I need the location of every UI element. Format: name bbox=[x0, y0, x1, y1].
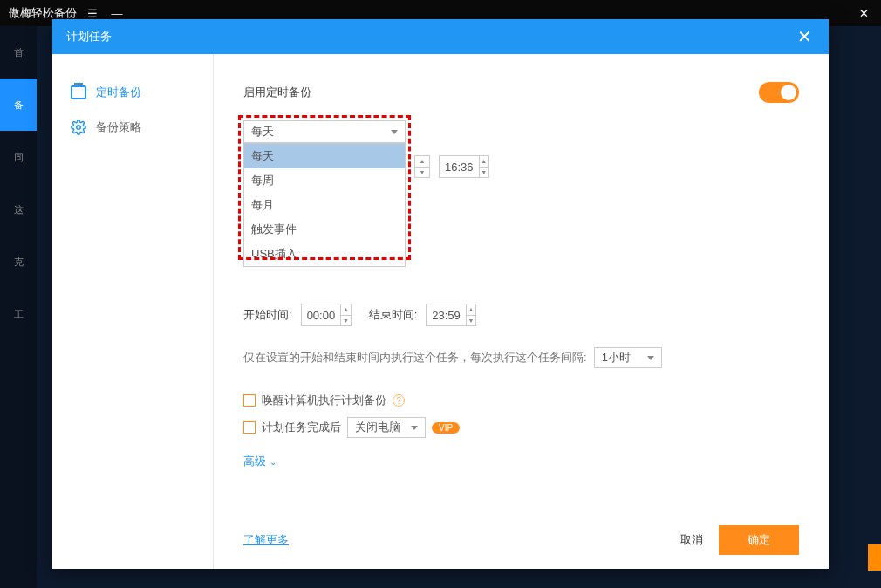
interval-row: 仅在设置的开始和结束时间内执行这个任务，每次执行这个任务间隔: 1小时 bbox=[243, 347, 799, 368]
advanced-label: 高级 bbox=[243, 454, 266, 469]
frequency-value: 每天 bbox=[251, 124, 274, 140]
modal-close-icon[interactable]: ✕ bbox=[794, 26, 815, 47]
chevron-down-icon bbox=[647, 356, 654, 360]
bg-side-item[interactable]: 备 bbox=[0, 79, 37, 131]
help-icon[interactable]: ? bbox=[393, 394, 405, 407]
spin-up-icon[interactable]: ▲ bbox=[480, 156, 488, 168]
modal-title: 计划任务 bbox=[66, 29, 112, 44]
bg-side-item[interactable]: 克 bbox=[0, 236, 37, 288]
modal-sidebar: 定时备份 备份策略 bbox=[52, 54, 214, 569]
wake-row: 唤醒计算机执行计划备份 ? bbox=[243, 393, 799, 408]
spin-down-icon[interactable]: ▼ bbox=[467, 316, 475, 326]
frequency-section: 每天 每天 每周 每月 触发事件 USB插入 ▲▼ 16:36 ▲ bbox=[243, 120, 799, 143]
end-label: 结束时间: bbox=[369, 307, 418, 323]
end-time-value: 23:59 bbox=[427, 309, 466, 322]
after-label: 计划任务完成后 bbox=[262, 420, 341, 435]
chevron-down-icon bbox=[391, 130, 398, 134]
modal-body: 定时备份 备份策略 启用定时备份 每天 每天 bbox=[52, 54, 829, 569]
time-value: 16:36 bbox=[440, 161, 479, 174]
freq-option-monthly[interactable]: 每月 bbox=[244, 193, 405, 217]
modal-footer: 了解更多 取消 确定 bbox=[214, 511, 829, 569]
calendar-icon bbox=[70, 84, 87, 101]
modal-header: 计划任务 ✕ bbox=[52, 19, 829, 54]
nav-label: 定时备份 bbox=[96, 85, 141, 100]
spin-up-icon[interactable]: ▲ bbox=[467, 304, 475, 316]
wake-label: 唤醒计算机执行计划备份 bbox=[262, 393, 386, 408]
after-checkbox[interactable] bbox=[243, 421, 256, 434]
nav-scheduled-backup[interactable]: 定时备份 bbox=[52, 75, 213, 110]
frequency-dropdown: 每天 每周 每月 触发事件 USB插入 bbox=[243, 143, 406, 267]
spin-down-icon[interactable]: ▼ bbox=[480, 168, 488, 178]
interval-value: 1小时 bbox=[602, 350, 631, 366]
chevron-down-icon bbox=[411, 426, 418, 430]
start-label: 开始时间: bbox=[243, 307, 292, 323]
spinner-small[interactable]: ▲▼ bbox=[414, 155, 430, 178]
bg-side-item[interactable]: 同 bbox=[0, 131, 37, 183]
svg-point-0 bbox=[77, 126, 81, 130]
enable-row: 启用定时备份 bbox=[243, 82, 799, 103]
time-row: ▲▼ 16:36 ▲▼ bbox=[414, 152, 489, 178]
ok-button[interactable]: 确定 bbox=[719, 525, 799, 555]
time-input[interactable]: 16:36 ▲▼ bbox=[439, 155, 489, 178]
hint-text: 仅在设置的开始和结束时间内执行这个任务，每次执行这个任务间隔: bbox=[243, 350, 587, 366]
spin-down-icon[interactable]: ▼ bbox=[415, 168, 429, 178]
schedule-modal: 计划任务 ✕ 定时备份 备份策略 启用定时备份 每 bbox=[52, 19, 829, 569]
bg-sidebar: 首 备 同 这 克 工 bbox=[0, 26, 37, 588]
cancel-button[interactable]: 取消 bbox=[680, 532, 703, 548]
enable-toggle[interactable] bbox=[759, 82, 799, 103]
spin-up-icon[interactable]: ▲ bbox=[415, 156, 429, 168]
range-row: 开始时间: 00:00 ▲▼ 结束时间: 23:59 ▲▼ bbox=[243, 300, 799, 326]
vip-badge: VIP bbox=[432, 422, 460, 434]
end-time-input[interactable]: 23:59 ▲▼ bbox=[426, 304, 476, 326]
chevron-double-down-icon: ⌄ bbox=[270, 457, 277, 467]
nav-label: 备份策略 bbox=[96, 120, 141, 135]
spin-up-icon[interactable]: ▲ bbox=[341, 304, 350, 316]
freq-option-daily[interactable]: 每天 bbox=[244, 144, 405, 168]
enable-label: 启用定时备份 bbox=[243, 85, 311, 100]
after-action-combo[interactable]: 关闭电脑 bbox=[347, 417, 426, 438]
footer-actions: 取消 确定 bbox=[680, 525, 799, 555]
start-time-value: 00:00 bbox=[302, 309, 341, 322]
freq-option-event[interactable]: 触发事件 bbox=[244, 217, 405, 242]
freq-option-weekly[interactable]: 每周 bbox=[244, 168, 405, 193]
frequency-combo[interactable]: 每天 bbox=[243, 120, 406, 143]
gear-icon bbox=[70, 119, 87, 136]
learn-more-link[interactable]: 了解更多 bbox=[243, 532, 289, 548]
start-time-input[interactable]: 00:00 ▲▼ bbox=[301, 304, 352, 326]
after-action-value: 关闭电脑 bbox=[355, 420, 400, 435]
interval-combo[interactable]: 1小时 bbox=[594, 347, 662, 368]
freq-option-usb[interactable]: USB插入 bbox=[244, 242, 405, 266]
bg-side-item[interactable]: 这 bbox=[0, 183, 37, 236]
advanced-link[interactable]: 高级 ⌄ bbox=[243, 454, 799, 469]
modal-content: 启用定时备份 每天 每天 每周 每月 触发事件 USB插入 bbox=[214, 54, 829, 569]
bg-close-icon[interactable]: ✕ bbox=[855, 4, 872, 22]
wake-checkbox[interactable] bbox=[243, 394, 256, 407]
bg-side-item[interactable]: 工 bbox=[0, 288, 37, 340]
spin-down-icon[interactable]: ▼ bbox=[341, 316, 350, 326]
bg-side-item[interactable]: 首 bbox=[0, 26, 37, 79]
after-row: 计划任务完成后 关闭电脑 VIP bbox=[243, 417, 799, 438]
nav-backup-policy[interactable]: 备份策略 bbox=[52, 110, 213, 145]
bg-orange-accent bbox=[868, 544, 881, 571]
